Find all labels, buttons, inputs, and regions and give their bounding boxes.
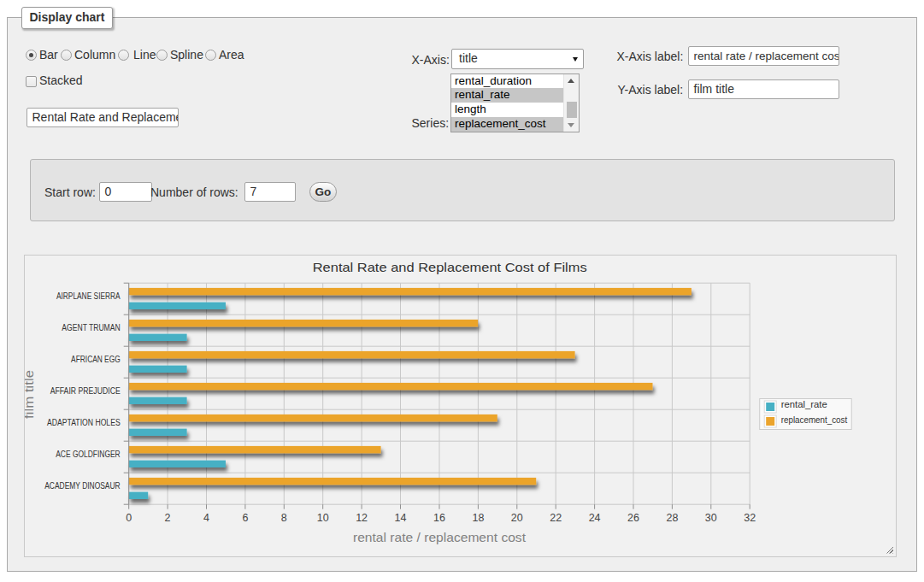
svg-text:ACADEMY DINOSAUR: ACADEMY DINOSAUR — [44, 481, 121, 491]
svg-text:ADAPTATION HOLES: ADAPTATION HOLES — [47, 418, 121, 427]
svg-text:2: 2 — [164, 512, 170, 524]
svg-text:AGENT TRUMAN: AGENT TRUMAN — [62, 323, 120, 332]
svg-text:16: 16 — [433, 512, 445, 524]
svg-text:14: 14 — [394, 512, 406, 524]
svg-text:32: 32 — [744, 512, 756, 524]
svg-text:22: 22 — [550, 512, 562, 524]
svg-text:AFRICAN EGG: AFRICAN EGG — [71, 355, 121, 364]
svg-text:18: 18 — [472, 512, 484, 524]
svg-text:Rental Rate and Replacement Co: Rental Rate and Replacement Cost of Film… — [312, 260, 586, 274]
svg-text:28: 28 — [666, 512, 678, 524]
svg-text:rental_rate: rental_rate — [780, 399, 827, 409]
svg-text:replacement_cost: replacement_cost — [780, 414, 847, 425]
svg-text:film title: film title — [25, 370, 36, 419]
svg-text:24: 24 — [588, 512, 600, 524]
svg-text:6: 6 — [242, 512, 248, 524]
svg-text:rental rate / replacement cost: rental rate / replacement cost — [353, 530, 527, 544]
svg-text:4: 4 — [203, 512, 209, 524]
svg-text:12: 12 — [356, 512, 368, 524]
svg-text:AFFAIR PREJUDICE: AFFAIR PREJUDICE — [50, 386, 120, 396]
svg-text:AIRPLANE SIERRA: AIRPLANE SIERRA — [56, 291, 120, 301]
svg-text:20: 20 — [510, 512, 522, 524]
svg-text:30: 30 — [704, 512, 716, 524]
svg-text:0: 0 — [126, 512, 132, 524]
svg-text:ACE GOLDFINGER: ACE GOLDFINGER — [56, 450, 121, 459]
svg-text:26: 26 — [627, 512, 639, 524]
svg-text:10: 10 — [316, 512, 328, 524]
svg-text:8: 8 — [280, 512, 286, 524]
